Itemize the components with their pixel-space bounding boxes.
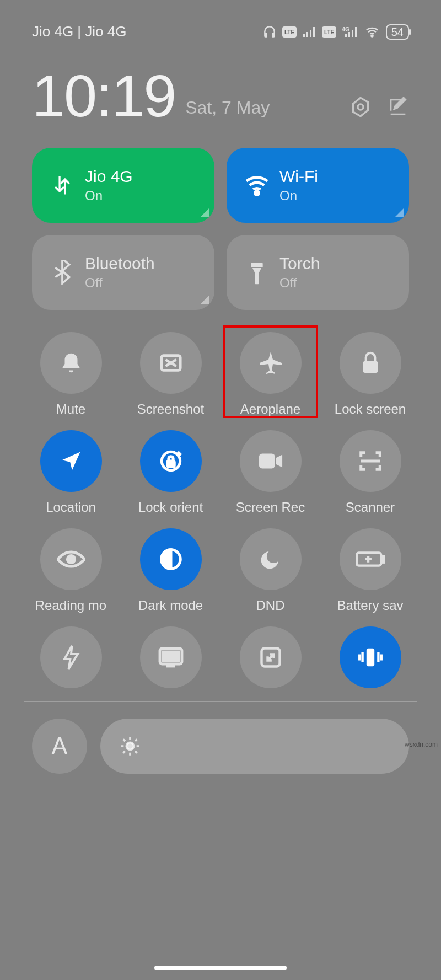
scanner-tile[interactable]: Scanner <box>324 427 417 518</box>
location-label: Location <box>46 500 96 515</box>
flash-charge-tile[interactable] <box>24 620 117 692</box>
extra-tiles-row <box>0 617 441 692</box>
lock-screen-tile[interactable]: Lock screen <box>324 329 417 420</box>
svg-point-22 <box>126 742 133 749</box>
mobile-data-title: Jio 4G <box>85 167 133 186</box>
torch-title: Torch <box>279 254 320 273</box>
dnd-tile[interactable]: DND <box>224 525 317 617</box>
status-bar: Jio 4G | Jio 4G LTE LTE 4G 54 <box>0 0 441 44</box>
dark-mode-icon <box>158 547 184 572</box>
aeroplane-tile[interactable]: Aeroplane <box>224 329 317 420</box>
svg-text:LTE: LTE <box>324 29 334 35</box>
bluetooth-title: Bluetooth <box>85 254 155 273</box>
carrier-label: Jio 4G | Jio 4G <box>32 23 127 40</box>
wifi-status-icon <box>364 25 380 39</box>
reading-mode-label: Reading mo <box>35 598 106 613</box>
large-tiles-grid: Jio 4G On Wi-Fi On Bluetooth Off Torch O… <box>0 126 441 310</box>
aeroplane-label: Aeroplane <box>240 401 300 417</box>
flash-icon <box>61 644 81 671</box>
lock-orientation-tile[interactable]: Lock orient <box>124 427 217 518</box>
screen-rec-label: Screen Rec <box>236 500 305 515</box>
wifi-icon <box>244 175 270 196</box>
brightness-row: A <box>0 702 441 774</box>
clock-date: Sat, 7 May <box>185 98 270 126</box>
mobile-data-icon <box>51 173 73 198</box>
expand-indicator <box>200 208 209 217</box>
bell-icon <box>58 350 84 376</box>
headphones-icon <box>262 25 277 39</box>
clock-time: 10:19 <box>32 66 175 126</box>
torch-sub: Off <box>279 275 320 291</box>
svg-text:4G: 4G <box>342 26 350 33</box>
vibrate-tile[interactable] <box>324 620 417 692</box>
mute-tile[interactable]: Mute <box>24 329 117 420</box>
mobile-data-tile[interactable]: Jio 4G On <box>32 148 214 223</box>
cast-tile[interactable] <box>124 620 217 692</box>
reading-mode-tile[interactable]: Reading mo <box>24 525 117 617</box>
status-icons: LTE LTE 4G 54 <box>262 24 409 40</box>
volte-icon-2: LTE <box>322 26 336 38</box>
lock-screen-label: Lock screen <box>335 401 406 417</box>
svg-rect-19 <box>163 652 179 661</box>
lock-icon <box>359 350 381 376</box>
airplane-icon <box>257 350 284 376</box>
location-tile[interactable]: Location <box>24 427 117 518</box>
scanner-label: Scanner <box>346 500 395 515</box>
bluetooth-sub: Off <box>85 275 155 291</box>
bluetooth-tile[interactable]: Bluetooth Off <box>32 235 214 310</box>
screenshot-icon <box>158 350 184 376</box>
small-tiles-grid: Mute Screenshot Aeroplane Lock screen Lo… <box>0 310 441 617</box>
dark-mode-label: Dark mode <box>138 598 203 613</box>
svg-rect-8 <box>251 263 262 267</box>
edit-icon[interactable] <box>387 96 409 118</box>
svg-rect-10 <box>363 361 377 373</box>
dark-mode-tile[interactable]: Dark mode <box>124 525 217 617</box>
lock-orient-label: Lock orient <box>138 500 203 515</box>
bluetooth-icon <box>53 260 72 285</box>
wifi-sub: On <box>279 188 318 204</box>
battery-plus-icon <box>356 550 385 569</box>
resize-icon <box>259 645 283 670</box>
orientation-lock-icon <box>157 447 185 475</box>
floating-window-tile[interactable] <box>224 620 317 692</box>
mobile-data-sub: On <box>85 188 133 204</box>
video-icon <box>258 451 283 471</box>
auto-brightness-button[interactable]: A <box>32 719 87 774</box>
vibrate-icon <box>356 646 385 668</box>
screen-rec-tile[interactable]: Screen Rec <box>224 427 317 518</box>
wifi-tile[interactable]: Wi-Fi On <box>227 148 409 223</box>
battery-indicator: 54 <box>386 24 409 40</box>
torch-tile[interactable]: Torch Off <box>227 235 409 310</box>
volte-icon-1: LTE <box>282 26 297 38</box>
watermark: wsxdn.com <box>405 741 438 748</box>
auto-brightness-label: A <box>51 732 67 760</box>
svg-rect-17 <box>382 556 384 563</box>
svg-point-5 <box>371 35 373 36</box>
brightness-icon <box>119 735 141 757</box>
mute-label: Mute <box>56 401 85 417</box>
svg-rect-13 <box>259 454 275 469</box>
signal-icon-1 <box>302 26 316 38</box>
torch-icon <box>248 260 266 285</box>
screenshot-label: Screenshot <box>137 401 204 417</box>
wifi-title: Wi-Fi <box>279 167 318 186</box>
signal-4g-icon: 4G <box>342 26 358 38</box>
scan-icon <box>358 448 383 474</box>
settings-icon[interactable] <box>349 96 372 118</box>
moon-icon <box>259 548 282 571</box>
expand-indicator <box>395 208 404 217</box>
battery-saver-tile[interactable]: Battery sav <box>324 525 417 617</box>
home-indicator[interactable] <box>154 966 287 970</box>
svg-point-7 <box>255 191 259 195</box>
brightness-slider[interactable] <box>100 719 409 774</box>
svg-point-14 <box>67 556 74 563</box>
cast-icon <box>158 646 184 668</box>
eye-icon <box>57 549 85 569</box>
expand-indicator <box>200 296 209 304</box>
svg-point-6 <box>358 104 363 110</box>
location-icon <box>59 449 83 473</box>
svg-rect-12 <box>167 461 174 467</box>
svg-text:LTE: LTE <box>284 29 294 35</box>
screenshot-tile[interactable]: Screenshot <box>124 329 217 420</box>
battery-saver-label: Battery sav <box>337 598 403 613</box>
